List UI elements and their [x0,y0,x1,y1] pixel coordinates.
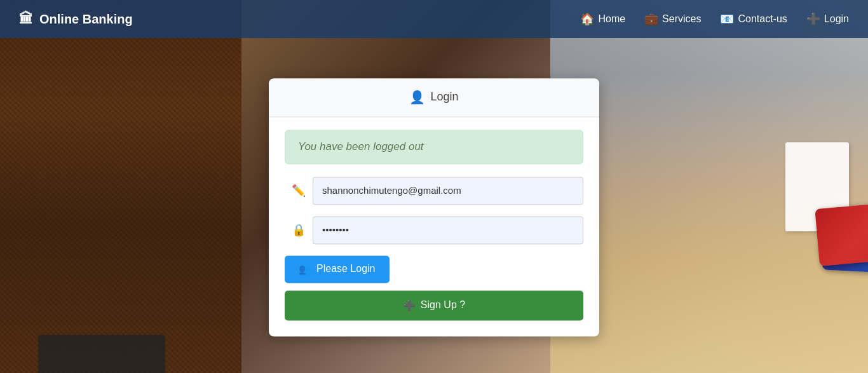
nav-services[interactable]: 💼 Services [644,12,701,26]
login-button[interactable]: 👥 Please Login [285,255,390,283]
nav-home[interactable]: 🏠 Home [580,12,625,26]
card-container: 👤 Login You have been logged out ✏️ 🔒 👥 … [269,78,599,336]
lock-icon: 🔒 [285,216,313,244]
login-nav-icon: ➕ [806,12,820,26]
credit-card-red [815,201,868,266]
services-label: Services [662,13,701,25]
signup-label: Sign Up ? [421,299,465,311]
login-nav-label: Login [824,13,849,25]
brand-label: Online Banking [39,12,133,27]
decorative-laptop [38,335,165,373]
bank-icon: 🏛 [19,11,33,27]
home-icon: 🏠 [580,12,594,26]
email-group: ✏️ [285,177,583,205]
login-button-icon: 👥 [299,263,311,275]
signup-button[interactable]: ➕ Sign Up ? [285,290,583,320]
signup-icon: ➕ [403,299,416,311]
nav-login[interactable]: ➕ Login [806,12,849,26]
email-field[interactable] [313,177,583,205]
card-header: 👤 Login [269,78,599,117]
services-icon: 💼 [644,12,658,26]
home-label: Home [598,13,625,25]
logout-alert: You have been logged out [285,130,583,164]
password-group: 🔒 [285,216,583,244]
alert-text: You have been logged out [298,140,424,153]
contact-icon: 📧 [720,12,734,26]
brand: 🏛 Online Banking [19,11,133,27]
password-field[interactable] [313,216,583,244]
nav-links: 🏠 Home 💼 Services 📧 Contact-us ➕ Login [580,12,849,26]
login-button-label: Please Login [316,263,376,275]
nav-contact[interactable]: 📧 Contact-us [720,12,787,26]
card-title: Login [430,90,458,104]
edit-icon: ✏️ [285,177,313,205]
login-card: 👤 Login You have been logged out ✏️ 🔒 👥 … [269,78,599,336]
user-circle-icon: 👤 [409,90,425,105]
contact-label: Contact-us [738,13,787,25]
card-body: You have been logged out ✏️ 🔒 👥 Please L… [269,117,599,336]
navbar: 🏛 Online Banking 🏠 Home 💼 Services 📧 Con… [0,0,868,38]
